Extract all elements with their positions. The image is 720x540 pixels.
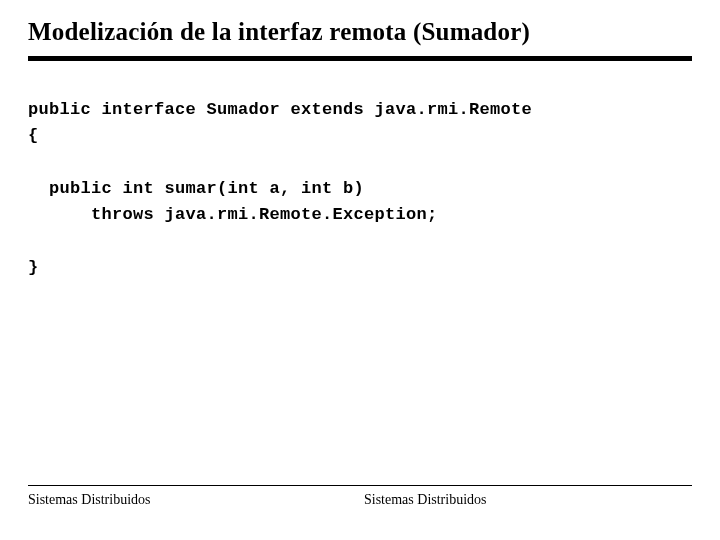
footer-row: Sistemas Distribuidos Sistemas Distribui… (28, 492, 692, 508)
code-line: throws java.rmi.Remote.Exception; (28, 205, 438, 224)
footer-right-text: Sistemas Distribuidos (360, 492, 692, 508)
footer-left-text: Sistemas Distribuidos (28, 492, 360, 508)
code-line: public int sumar(int a, int b) (28, 179, 364, 198)
code-block: public interface Sumador extends java.rm… (28, 97, 692, 281)
code-line: { (28, 126, 39, 145)
code-line: } (28, 258, 39, 277)
footer: Sistemas Distribuidos Sistemas Distribui… (0, 485, 720, 508)
slide-title: Modelización de la interfaz remota (Suma… (28, 18, 692, 46)
title-rule (28, 56, 692, 61)
code-line: public interface Sumador extends java.rm… (28, 100, 532, 119)
footer-rule (28, 485, 692, 486)
slide: Modelización de la interfaz remota (Suma… (0, 0, 720, 540)
